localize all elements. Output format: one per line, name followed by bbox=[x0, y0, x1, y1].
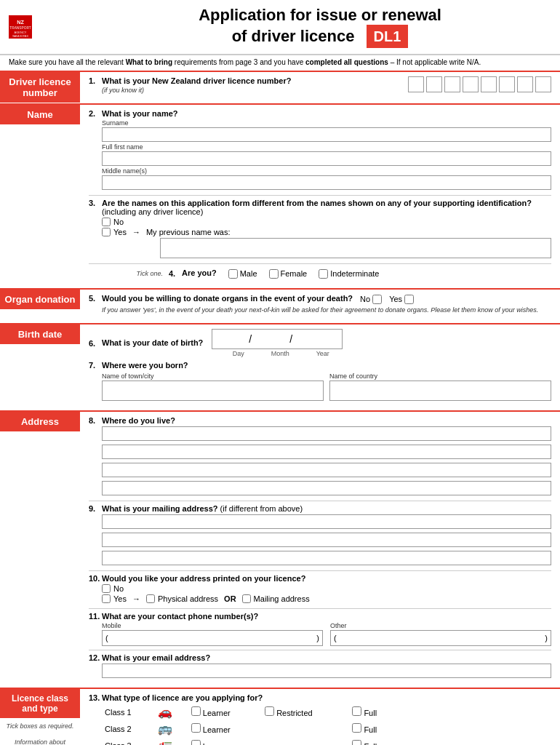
other-paren-close: ) bbox=[545, 634, 548, 642]
name-section: Name 2. What is your name? Surname Full … bbox=[0, 103, 560, 288]
organ-no-checkbox[interactable] bbox=[372, 295, 382, 304]
q13-body: What type of licence are you applying fo… bbox=[102, 693, 551, 745]
organ-yes-label: Yes bbox=[389, 295, 402, 303]
town-label: Name of town/city bbox=[102, 372, 324, 380]
q5-row: 5. Would you be willing to donate organs… bbox=[89, 294, 551, 315]
born-row: Name of town/city Name of country bbox=[102, 372, 551, 402]
q8-row: 8. Where do you live? bbox=[89, 416, 551, 497]
licence-class-content: 13. What type of licence are you applyin… bbox=[80, 689, 560, 745]
licence-number-boxes bbox=[408, 76, 551, 92]
q9-body: What is your mailing address? (if differ… bbox=[102, 504, 551, 567]
licence-box-3[interactable] bbox=[444, 76, 460, 92]
gender-female-checkbox[interactable] bbox=[269, 269, 279, 279]
licence-box-1[interactable] bbox=[408, 76, 424, 92]
class2-restricted-cell bbox=[262, 720, 349, 737]
country-input[interactable] bbox=[329, 381, 551, 401]
class1-full[interactable] bbox=[352, 706, 361, 716]
born-town-col: Name of town/city bbox=[102, 372, 324, 402]
q5-num: 5. bbox=[89, 294, 102, 303]
q3-row: 3. Are the names on this application for… bbox=[89, 199, 551, 260]
licence-box-5[interactable] bbox=[481, 76, 497, 92]
other-col: Other ( ) bbox=[330, 622, 551, 646]
dob-year-input[interactable] bbox=[297, 335, 333, 343]
class2-learner[interactable] bbox=[191, 723, 201, 733]
table-row: Class 2 🚌 Learner Full bbox=[102, 720, 551, 737]
dob-day-input[interactable] bbox=[215, 335, 244, 343]
email-input[interactable] bbox=[102, 664, 551, 678]
surname-input[interactable] bbox=[102, 127, 551, 142]
q10-mailing-checkbox[interactable] bbox=[242, 594, 251, 603]
page: NZ TRANSPORT AGENCY WAKA KOTAHI Applicat… bbox=[0, 0, 560, 745]
class3-full[interactable] bbox=[352, 740, 361, 745]
class1-restricted[interactable] bbox=[265, 706, 274, 716]
class2-full[interactable] bbox=[352, 723, 361, 733]
licence-table: Class 1 🚗 Learner Restricted Full Class … bbox=[102, 704, 551, 745]
licence-box-6[interactable] bbox=[499, 76, 515, 92]
q5-sub: If you answer 'yes', in the event of you… bbox=[102, 306, 551, 314]
svg-text:NZ: NZ bbox=[17, 19, 24, 25]
q3-no-checkbox[interactable] bbox=[102, 218, 111, 226]
q13-label: What type of licence are you applying fo… bbox=[102, 693, 551, 702]
mobile-col: Mobile ( ) bbox=[102, 622, 323, 646]
logo-area: NZ TRANSPORT AGENCY WAKA KOTAHI bbox=[9, 15, 89, 39]
birth-label: Birth date bbox=[0, 324, 80, 344]
dob-month-label: Month bbox=[271, 350, 289, 357]
name-label: Name bbox=[0, 105, 80, 124]
organ-yes-checkbox[interactable] bbox=[404, 295, 414, 304]
q1-row: 1. What is your New Zealand driver licen… bbox=[89, 76, 551, 95]
class1-learner-cell: Learner bbox=[188, 704, 262, 720]
town-input[interactable] bbox=[102, 381, 324, 401]
q3-yes-checkbox[interactable] bbox=[102, 228, 111, 236]
q13-num: 13. bbox=[89, 693, 102, 702]
middlename-input[interactable] bbox=[102, 175, 551, 190]
licence-class-note2: Information about learner, restricted an… bbox=[0, 734, 80, 745]
class1-full-cell: Full bbox=[349, 704, 551, 720]
licence-box-2[interactable] bbox=[426, 76, 442, 92]
address-section: Address 8. Where do you live? bbox=[0, 410, 560, 688]
q10-physical-checkbox[interactable] bbox=[146, 594, 155, 603]
dob-labels: Day Month Year bbox=[212, 350, 343, 357]
q10-label: Would you like your address printed on y… bbox=[102, 574, 551, 583]
mailing-line-3[interactable] bbox=[102, 551, 551, 565]
licence-box-4[interactable] bbox=[463, 76, 479, 92]
firstname-input[interactable] bbox=[102, 151, 551, 166]
q4-num: 4. bbox=[169, 269, 182, 278]
organ-content: 5. Would you be willing to donate organs… bbox=[80, 290, 560, 323]
birth-label-col: Birth date bbox=[0, 324, 80, 410]
address-line-4[interactable] bbox=[102, 481, 551, 495]
gender-indeterminate-checkbox[interactable] bbox=[319, 269, 328, 279]
q4-note: Tick one. bbox=[89, 270, 169, 277]
other-input[interactable] bbox=[337, 634, 545, 642]
dob-month-input[interactable] bbox=[256, 335, 285, 343]
class3-learner[interactable] bbox=[191, 740, 201, 745]
q10-yes-checkbox[interactable] bbox=[102, 594, 111, 603]
q10-no-checkbox[interactable] bbox=[102, 584, 111, 593]
birth-section: Birth date 6. What is your date of birth… bbox=[0, 323, 560, 410]
address-line-3[interactable] bbox=[102, 463, 551, 477]
licence-class-note1: Tick boxes as required. bbox=[0, 718, 80, 734]
surname-label: Surname bbox=[102, 119, 551, 127]
gender-indeterminate-label: Indeterminate bbox=[330, 269, 379, 278]
organ-question-row: Would you be willing to donate organs in… bbox=[102, 294, 551, 304]
mobile-input[interactable] bbox=[108, 634, 317, 642]
q3-num: 3. bbox=[89, 199, 102, 207]
q1-body: What is your New Zealand driver licence … bbox=[102, 76, 551, 95]
previous-name-input[interactable] bbox=[160, 238, 551, 258]
q4-label: Are you? bbox=[182, 268, 217, 277]
q5-label: Would you be willing to donate organs in… bbox=[102, 294, 353, 303]
address-line-1[interactable] bbox=[102, 426, 551, 441]
class1-learner[interactable] bbox=[191, 706, 201, 716]
q6-body: What is your date of birth? / / Day bbox=[102, 329, 551, 357]
dob-slash-2: / bbox=[289, 333, 292, 345]
driver-licence-label-col: Driver licence number bbox=[0, 72, 80, 103]
gender-male-option: Male bbox=[228, 269, 257, 279]
mailing-line-1[interactable] bbox=[102, 514, 551, 529]
gender-male-checkbox[interactable] bbox=[228, 269, 238, 279]
licence-box-8[interactable] bbox=[535, 76, 551, 92]
q7-num: 7. bbox=[89, 361, 102, 370]
mailing-line-2[interactable] bbox=[102, 533, 551, 547]
address-line-2[interactable] bbox=[102, 445, 551, 459]
licence-box-7[interactable] bbox=[517, 76, 533, 92]
licence-class-section: Licence class and type Tick boxes as req… bbox=[0, 688, 560, 745]
q3-no-row: No bbox=[102, 218, 551, 226]
